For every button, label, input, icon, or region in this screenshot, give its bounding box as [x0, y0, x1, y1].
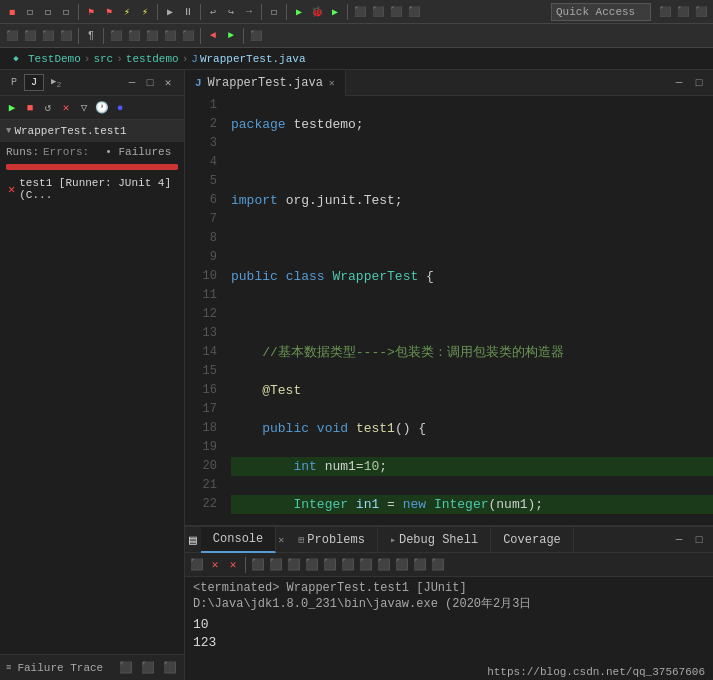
console-maximize-icon[interactable]: □ — [691, 532, 707, 548]
toolbar-icon-17[interactable]: ⬛ — [370, 4, 386, 20]
tab-run[interactable]: ▶2 — [44, 73, 68, 92]
toolbar-icon-20[interactable]: ⬛ — [657, 4, 673, 20]
code-editor: 12345 678910 1112131415 1617181920 2122 … — [185, 96, 713, 525]
junit-filter-icon[interactable]: ▽ — [76, 100, 92, 116]
console-tb-4[interactable]: ⬛ — [250, 557, 266, 573]
console-minimize-icon[interactable]: ─ — [671, 532, 687, 548]
toolbar-icon-18[interactable]: ⬛ — [388, 4, 404, 20]
sep-2 — [157, 4, 158, 20]
ft-icon-3[interactable]: ⬛ — [162, 660, 178, 676]
editor-minimize-icon[interactable]: ─ — [671, 75, 687, 91]
sep-4 — [261, 4, 262, 20]
tb2-icon-13[interactable]: ⬛ — [248, 28, 264, 44]
tb2-icon-3[interactable]: ⬛ — [40, 28, 56, 44]
console-tab-problems[interactable]: ⊞Problems — [286, 527, 378, 553]
breadcrumb-package[interactable]: testdemo — [126, 53, 179, 65]
ft-icon-2[interactable]: ⬛ — [140, 660, 156, 676]
toolbar-icon-5[interactable]: ⚑ — [83, 4, 99, 20]
code-line-7: //基本数据类型---->包装类：调用包装类的构造器 — [231, 343, 713, 362]
toolbar-icon-19[interactable]: ⬛ — [406, 4, 422, 20]
tab-close-icon[interactable]: ✕ — [329, 77, 335, 89]
junit-toolbar: ▶ ■ ↺ ✕ ▽ 🕐 ● — [0, 96, 184, 120]
console-tb-8[interactable]: ⬛ — [322, 557, 338, 573]
toolbar-icon-3[interactable]: ◻ — [40, 4, 56, 20]
tb2-icon-1[interactable]: ⬛ — [4, 28, 20, 44]
console-tab-close[interactable]: ✕ — [276, 534, 286, 546]
console-tb-6[interactable]: ⬛ — [286, 557, 302, 573]
toolbar-icon-11[interactable]: ↩ — [205, 4, 221, 20]
toolbar-icon-12[interactable]: ↪ — [223, 4, 239, 20]
run-icon[interactable]: ▶ — [291, 4, 307, 20]
tb2-icon-10[interactable]: ⬛ — [180, 28, 196, 44]
toolbar-icon-10[interactable]: ⏸ — [180, 4, 196, 20]
console-tb-2[interactable]: ✕ — [207, 557, 223, 573]
junit-history-icon[interactable]: 🕐 — [94, 100, 110, 116]
test-item-label: test1 [Runner: JUnit 4] (C... — [19, 177, 176, 201]
console-tb-7[interactable]: ⬛ — [304, 557, 320, 573]
console-tb-1[interactable]: ⬛ — [189, 557, 205, 573]
errors-label: Errors: — [43, 146, 89, 158]
close-panel-icon[interactable]: ✕ — [160, 75, 176, 91]
maximize-icon[interactable]: □ — [142, 75, 158, 91]
junit-error-icon[interactable]: ✕ — [58, 100, 74, 116]
line-numbers: 12345 678910 1112131415 1617181920 2122 — [185, 96, 223, 525]
toolbar-icon-16[interactable]: ⬛ — [352, 4, 368, 20]
quick-access-field[interactable]: Quick Access — [551, 3, 651, 21]
tb2-icon-6[interactable]: ⬛ — [108, 28, 124, 44]
ft-icon-1[interactable]: ⬛ — [118, 660, 134, 676]
console-tb-9[interactable]: ⬛ — [340, 557, 356, 573]
junit-header[interactable]: ▼ WrapperTest.test1 — [0, 120, 184, 142]
breadcrumb-project[interactable]: TestDemo — [28, 53, 81, 65]
console-tb-5[interactable]: ⬛ — [268, 557, 284, 573]
code-line-9: public void test1() { — [231, 419, 713, 438]
editor-tab-wrapper[interactable]: J WrapperTest.java ✕ — [185, 70, 346, 96]
quick-access-label: Quick Access — [556, 6, 635, 18]
junit-run-icon[interactable]: ▶ — [4, 100, 20, 116]
tb2-icon-9[interactable]: ⬛ — [162, 28, 178, 44]
sep-9 — [200, 28, 201, 44]
console-tb-10[interactable]: ⬛ — [358, 557, 374, 573]
tab-junit[interactable]: J — [24, 74, 44, 91]
toolbar-icon-8[interactable]: ⚡ — [137, 4, 153, 20]
tb2-icon-11[interactable]: ◄ — [205, 28, 221, 44]
toolbar-icon-13[interactable]: → — [241, 4, 257, 20]
toolbar-icon-1[interactable]: ◼ — [4, 4, 20, 20]
console-tb-11[interactable]: ⬛ — [376, 557, 392, 573]
minimize-icon[interactable]: ─ — [124, 75, 140, 91]
toolbar-icon-14[interactable]: ◻ — [266, 4, 282, 20]
console-tab-coverage[interactable]: Coverage — [491, 527, 574, 553]
tab-package-explorer[interactable]: P — [4, 74, 24, 91]
breadcrumb-src[interactable]: src — [93, 53, 113, 65]
sep-3 — [200, 4, 201, 20]
console-tb-3[interactable]: ✕ — [225, 557, 241, 573]
tb2-icon-5[interactable]: ¶ — [83, 28, 99, 44]
console-output-1: 10 — [193, 616, 705, 634]
junit-rerun-icon[interactable]: ↺ — [40, 100, 56, 116]
toolbar-icon-7[interactable]: ⚡ — [119, 4, 135, 20]
toolbar-icon-9[interactable]: ▶ — [162, 4, 178, 20]
debug-icon[interactable]: 🐞 — [309, 4, 325, 20]
junit-stop-icon[interactable]: ■ — [22, 100, 38, 116]
toolbar-icon-15[interactable]: ▶ — [327, 4, 343, 20]
console-toolbar: ⬛ ✕ ✕ ⬛ ⬛ ⬛ ⬛ ⬛ ⬛ ⬛ ⬛ ⬛ ⬛ ⬛ — [185, 553, 713, 577]
console-tb-14[interactable]: ⬛ — [430, 557, 446, 573]
console-tab-console[interactable]: Console — [201, 527, 276, 553]
junit-icon-blue[interactable]: ● — [112, 100, 128, 116]
breadcrumb-file[interactable]: WrapperTest.java — [200, 53, 306, 65]
console-tb-13[interactable]: ⬛ — [412, 557, 428, 573]
toolbar-icon-4[interactable]: ◻ — [58, 4, 74, 20]
toolbar-icon-6[interactable]: ⚑ — [101, 4, 117, 20]
tb2-icon-2[interactable]: ⬛ — [22, 28, 38, 44]
test-item-1[interactable]: ✕ test1 [Runner: JUnit 4] (C... — [0, 174, 184, 204]
tb2-icon-12[interactable]: ► — [223, 28, 239, 44]
tb2-icon-4[interactable]: ⬛ — [58, 28, 74, 44]
tb2-icon-8[interactable]: ⬛ — [144, 28, 160, 44]
editor-tab-controls: ─ □ — [671, 75, 713, 91]
editor-maximize-icon[interactable]: □ — [691, 75, 707, 91]
toolbar-icon-2[interactable]: ◻ — [22, 4, 38, 20]
console-tab-debug[interactable]: ▸Debug Shell — [378, 527, 491, 553]
console-tb-12[interactable]: ⬛ — [394, 557, 410, 573]
tb2-icon-7[interactable]: ⬛ — [126, 28, 142, 44]
toolbar-icon-22[interactable]: ⬛ — [693, 4, 709, 20]
toolbar-icon-21[interactable]: ⬛ — [675, 4, 691, 20]
